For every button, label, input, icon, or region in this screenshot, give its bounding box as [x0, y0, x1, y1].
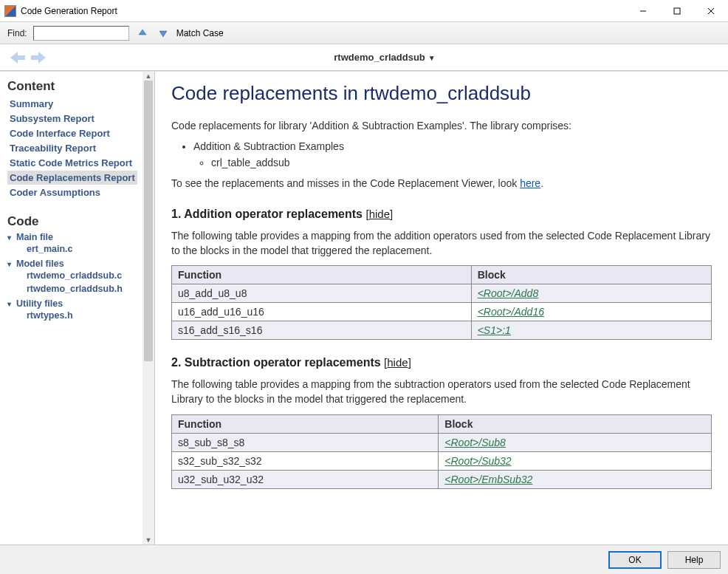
nav-summary[interactable]: Summary [7, 97, 55, 111]
file-ert-main-c[interactable]: ert_main.c [27, 242, 151, 256]
section-2-heading-text: 2. Subtraction operator replacements [171, 356, 381, 369]
section-2-heading: 2. Subtraction operator replacements [hi… [171, 356, 712, 369]
cell-function: s32_sub_s32_s32 [172, 451, 439, 470]
nav-static-code-metrics-report[interactable]: Static Code Metrics Report [7, 156, 134, 170]
file-rtwdemo-crladdsub-c[interactable]: rtwdemo_crladdsub.c [27, 269, 151, 282]
subtraction-table: Function Block s8_sub_s8_s8 <Root>/Sub8 … [171, 414, 712, 489]
table-row: s8_sub_s8_s8 <Root>/Sub8 [172, 433, 712, 451]
scroll-up-icon[interactable]: ▲ [142, 72, 154, 81]
sidebar-scrollbar[interactable]: ▲ ▼ [142, 72, 154, 544]
cell-function: s8_sub_s8_s8 [172, 433, 439, 451]
file-group-main: Main file ert_main.c [7, 232, 151, 256]
file-group-model: Model files rtwdemo_crladdsub.c rtwdemo_… [7, 259, 151, 295]
viewer-here-link[interactable]: here [520, 177, 540, 189]
col-function: Function [172, 414, 439, 433]
close-icon [707, 7, 715, 15]
col-block: Block [471, 266, 711, 284]
file-group-utility: Utility files rtwtypes.h [7, 298, 151, 322]
sidebar-content-heading: Content [7, 79, 151, 94]
intro-text: Code replacements for library 'Addition … [171, 118, 712, 133]
col-block: Block [439, 414, 712, 433]
library-list: Addition & Subtraction Examples crl_tabl… [193, 140, 712, 168]
viewer-sentence-pre: To see the replacements and misses in th… [171, 177, 520, 189]
viewer-sentence-post: . [540, 177, 543, 189]
nav-code-interface-report[interactable]: Code Interface Report [7, 126, 112, 140]
addition-table: Function Block u8_add_u8_u8 <Root>/Add8 … [171, 265, 712, 340]
arrow-left-icon [7, 49, 28, 66]
nav-back-button[interactable] [7, 49, 28, 66]
cell-function: u32_sub_u32_u32 [172, 470, 439, 488]
nav-coder-assumptions[interactable]: Coder Assumptions [7, 185, 103, 199]
window-buttons [626, 0, 728, 22]
svg-rect-1 [674, 8, 680, 14]
block-link[interactable]: <Root>/Add16 [478, 306, 544, 318]
nav-subsystem-report[interactable]: Subsystem Report [7, 112, 97, 126]
scroll-thumb[interactable] [144, 81, 153, 361]
breadcrumb-text: rtwdemo_crladdsub [334, 52, 425, 63]
sidebar-code-heading: Code [7, 214, 151, 229]
match-case-label[interactable]: Match Case [176, 28, 224, 38]
library-item: Addition & Subtraction Examples crl_tabl… [193, 140, 712, 168]
maximize-icon [673, 7, 681, 15]
table-row: u32_sub_u32_u32 <Root>/EmbSub32 [172, 470, 712, 488]
chevron-down-icon: ▼ [428, 54, 436, 62]
library-item-label: Addition & Subtraction Examples [193, 140, 344, 152]
arrow-up-icon [137, 28, 148, 38]
find-toolbar: Find: Match Case [0, 22, 728, 44]
content-pane: Code replacements in rtwdemo_crladdsub C… [155, 72, 728, 544]
maximize-button[interactable] [660, 0, 694, 22]
main-area: Content Summary Subsystem Report Code In… [0, 71, 728, 544]
ok-button[interactable]: OK [608, 551, 662, 569]
arrow-down-icon [158, 28, 168, 38]
page-title: Code replacements in rtwdemo_crladdsub [171, 82, 712, 105]
titlebar: Code Generation Report [0, 0, 728, 22]
section-1-heading: 1. Addition operator replacements [hide] [171, 208, 712, 221]
block-link[interactable]: <Root>/Sub32 [444, 455, 511, 467]
find-next-button[interactable] [156, 26, 171, 41]
block-link[interactable]: <S1>:1 [478, 324, 511, 336]
library-subitem: crl_table_addsub [211, 157, 712, 168]
block-link[interactable]: <Root>/Add8 [478, 287, 539, 299]
arrow-right-icon [28, 49, 49, 66]
nav-strip: rtwdemo_crladdsub▼ [0, 44, 728, 71]
cell-function: u16_add_u16_u16 [172, 303, 472, 321]
block-link[interactable]: <Root>/Sub8 [444, 437, 506, 448]
table-row: s32_sub_s32_s32 <Root>/Sub32 [172, 451, 712, 470]
find-prev-button[interactable] [135, 26, 150, 41]
file-rtwdemo-crladdsub-h[interactable]: rtwdemo_crladdsub.h [27, 282, 151, 295]
file-group-main-head[interactable]: Main file [7, 232, 151, 242]
section-1-heading-text: 1. Addition operator replacements [171, 208, 363, 220]
table-row: s16_add_s16_s16 <S1>:1 [172, 321, 712, 340]
section-2-description: The following table provides a mapping f… [171, 377, 712, 407]
sidebar: Content Summary Subsystem Report Code In… [0, 72, 155, 544]
close-button[interactable] [694, 0, 728, 22]
nav-code-replacements-report[interactable]: Code Replacements Report [7, 171, 137, 185]
file-rtwtypes-h[interactable]: rtwtypes.h [27, 309, 151, 322]
breadcrumb[interactable]: rtwdemo_crladdsub▼ [49, 52, 721, 63]
file-group-model-head[interactable]: Model files [7, 259, 151, 269]
block-link[interactable]: <Root>/EmbSub32 [444, 474, 532, 485]
table-row: u16_add_u16_u16 <Root>/Add16 [172, 303, 712, 321]
footer: OK Help [0, 544, 728, 574]
section-1-hide-link[interactable]: hide [369, 208, 390, 220]
find-input[interactable] [33, 26, 129, 41]
minimize-icon [639, 7, 647, 15]
file-group-utility-head[interactable]: Utility files [7, 298, 151, 309]
section-1-description: The following table provides a mapping f… [171, 228, 712, 259]
cell-function: s16_add_s16_s16 [172, 321, 472, 340]
col-function: Function [172, 266, 472, 284]
find-label: Find: [7, 28, 27, 38]
cell-function: u8_add_u8_u8 [172, 284, 472, 303]
app-icon [4, 5, 16, 17]
table-header-row: Function Block [172, 266, 712, 284]
minimize-button[interactable] [626, 0, 660, 22]
file-tree: Main file ert_main.c Model files rtwdemo… [7, 232, 151, 322]
scroll-down-icon[interactable]: ▼ [142, 536, 154, 544]
section-2-hide-link[interactable]: hide [387, 356, 408, 369]
help-button[interactable]: Help [667, 551, 721, 569]
viewer-sentence: To see the replacements and misses in th… [171, 176, 712, 191]
nav-forward-button[interactable] [28, 49, 49, 66]
window-title: Code Generation Report [21, 6, 117, 16]
table-header-row: Function Block [172, 414, 712, 433]
nav-traceability-report[interactable]: Traceability Report [7, 141, 98, 155]
